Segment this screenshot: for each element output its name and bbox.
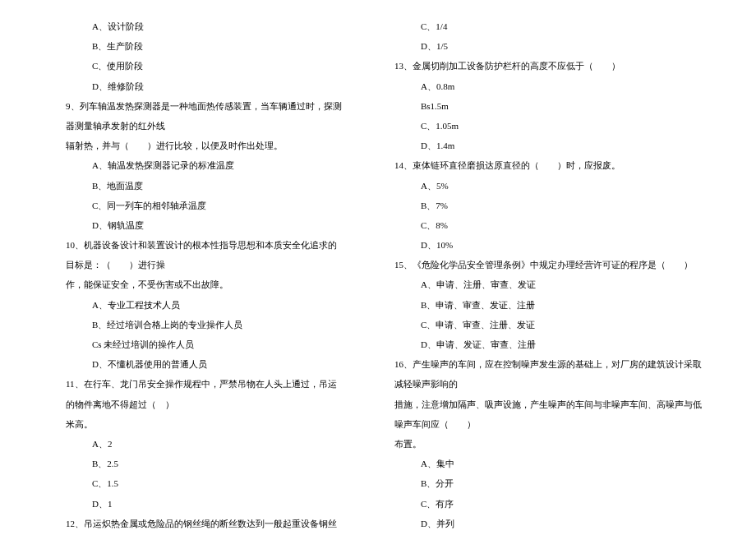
- q16-option-c: C、有序: [394, 494, 707, 514]
- q13-option-d: D、1.4m: [394, 136, 707, 155]
- q16-text-line1: 16、产生噪声的车间，应在控制噪声发生源的基础上，对厂房的建筑设计采取减轻噪声影…: [394, 354, 707, 394]
- q11-option-c: C、1.5: [66, 473, 345, 493]
- q16-text-line2: 措施，注意增加隔声、吸声设施，产生噪声的车间与非噪声车间、高噪声与低噪声车间应（…: [394, 394, 707, 434]
- q12-text-line1: 12、吊运炽热金属或危险品的钢丝绳的断丝数达到一般起重设备钢丝绳的报废断丝数的（…: [66, 514, 345, 535]
- q11-text-line1: 11、在行车、龙门吊安全操作规程中，严禁吊物在人头上通过，吊运的物件离地不得超过…: [66, 374, 345, 413]
- q11-option-d: D、1: [66, 494, 345, 514]
- q14-option-c: C、8%: [394, 215, 707, 235]
- q10-text-line2: 作，能保证安全，不受伤害或不出故障。: [66, 274, 345, 294]
- q10-option-a: A、专业工程技术人员: [66, 295, 345, 315]
- q13-option-c: C、1.05m: [394, 116, 707, 136]
- q16-option-d: D、并列: [394, 514, 707, 533]
- q14-option-a: A、5%: [394, 176, 707, 196]
- q14-text: 14、束体链环直径磨损达原直径的（ ）时，应报废。: [394, 155, 707, 175]
- q16-option-a: A、集中: [394, 454, 707, 473]
- q15-option-a: A、申请、注册、审查、发证: [394, 274, 707, 294]
- q9-text-line1: 9、列车轴温发热探测器是一种地面热传感装置，当车辆通过时，探测器测量轴承发射的红…: [66, 96, 345, 136]
- q15-option-b: B、申请、审查、发证、注册: [394, 295, 707, 315]
- q9-text-line2: 辐射热，并与（ ）进行比较，以便及时作出处理。: [66, 136, 345, 155]
- q15-option-d: D、申请、发证、审查、注册: [394, 334, 707, 354]
- q13-option-a: A、0.8m: [394, 76, 707, 96]
- q8-option-d: D、维修阶段: [66, 76, 345, 96]
- q16-text-line3: 布置。: [394, 434, 707, 454]
- q10-option-c: Cs 未经过培训的操作人员: [66, 334, 345, 354]
- q10-option-d: D、不懂机器使用的普通人员: [66, 354, 345, 374]
- q14-option-b: B、7%: [394, 196, 707, 215]
- q10-option-b: B、经过培训合格上岗的专业操作人员: [66, 315, 345, 334]
- q16-option-b: B、分开: [394, 473, 707, 493]
- q8-option-c: C、使用阶段: [66, 56, 345, 76]
- q9-option-c: C、同一列车的相邻轴承温度: [66, 196, 345, 215]
- q10-text-line1: 10、机器设备设计和装置设计的根本性指导思想和本质安全化追求的目标是：（ ）进行…: [66, 235, 345, 274]
- q8-option-b: B、生产阶段: [66, 36, 345, 56]
- q8-option-a: A、设计阶段: [66, 16, 345, 36]
- q13-option-b: Bs1.5m: [394, 96, 707, 116]
- q9-option-a: A、轴温发热探测器记录的标准温度: [66, 155, 345, 175]
- q11-option-a: A、2: [66, 434, 345, 454]
- q11-option-b: B、2.5: [66, 454, 345, 473]
- q9-option-d: D、钢轨温度: [66, 215, 345, 235]
- q11-text-line2: 米高。: [66, 414, 345, 434]
- q12-option-c: C、1/4: [394, 16, 707, 36]
- q13-text: 13、金属切削加工设备防护栏杆的高度不应低于（ ）: [394, 56, 707, 76]
- q14-option-d: D、10%: [394, 235, 707, 255]
- q15-text: 15、《危险化学品安全管理条例》中规定办理经营许可证的程序是（ ）: [394, 255, 707, 274]
- q15-option-c: C、申请、审查、注册、发证: [394, 315, 707, 334]
- q12-option-d: D、1/5: [394, 36, 707, 56]
- q9-option-b: B、地面温度: [66, 176, 345, 196]
